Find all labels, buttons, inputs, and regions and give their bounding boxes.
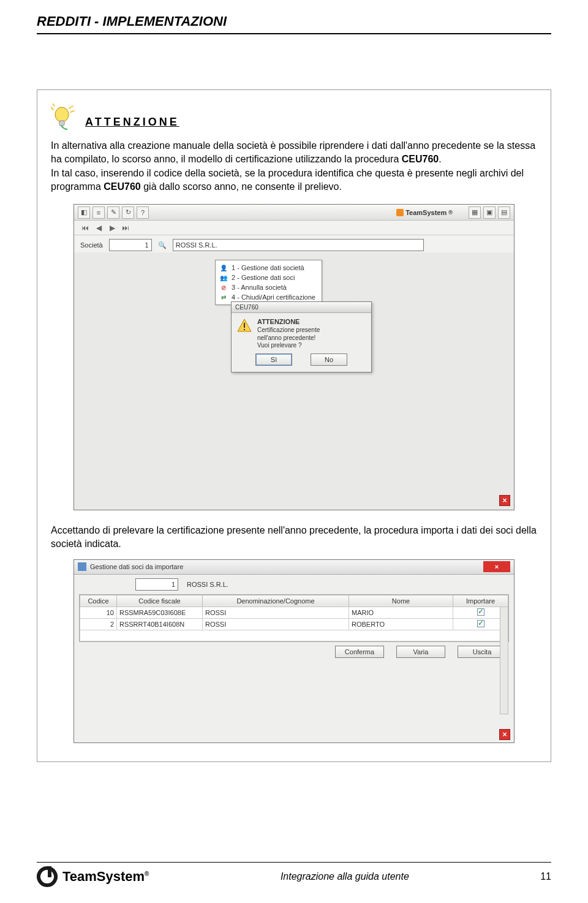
brand-mark-icon	[396, 209, 404, 216]
toolbar-btn-3[interactable]: ✎	[107, 206, 119, 219]
brand-text: TeamSystem	[405, 209, 447, 216]
lightbulb-icon	[51, 104, 77, 133]
menu-item-2[interactable]: 👥 2 - Gestione dati soci	[219, 273, 315, 282]
close-button[interactable]: ×	[499, 495, 510, 506]
lookup-icon[interactable]: 🔍	[158, 241, 167, 249]
menu-icon-1: 👤	[219, 263, 228, 272]
menu-label-4: 4 - Chiudi/Apri certificazione	[232, 293, 315, 301]
uscita-button[interactable]: Uscita	[458, 646, 507, 658]
menu-label-1: 1 - Gestione dati società	[232, 264, 304, 271]
window-title: Gestione dati soci da importare	[90, 563, 183, 570]
dialog-line-1: Certificazione presente	[257, 327, 320, 334]
menu-label-3: 3 - Annulla società	[232, 284, 287, 291]
nav-first-icon[interactable]: ⏮	[80, 223, 90, 233]
nav-next-icon[interactable]: ▶	[107, 223, 117, 233]
nav-prev-icon[interactable]: ◀	[94, 223, 104, 233]
society-code-field[interactable]: 1	[109, 239, 152, 251]
col-nome[interactable]: Nome	[349, 595, 453, 606]
society-label: Società	[80, 241, 103, 249]
context-menu: 👤 1 - Gestione dati società 👥 2 - Gestio…	[215, 260, 322, 305]
para-1: In alternativa alla creazione manuale de…	[51, 139, 537, 165]
svg-rect-1	[59, 121, 64, 126]
toolbar-btn-help[interactable]: ?	[137, 206, 149, 219]
nav-last-icon[interactable]: ⏭	[121, 223, 130, 233]
checkbox-icon[interactable]	[477, 608, 484, 616]
confirm-dialog: CEU760 ATTENZIONE Certificazione present…	[231, 301, 372, 372]
dialog-yes-button[interactable]: Sì	[255, 353, 292, 366]
window-icon	[78, 562, 86, 571]
grid-header-row: Codice Codice fiscale Denominazione/Cogn…	[80, 595, 508, 606]
society-header-row: 1 ROSSI S.R.L.	[74, 575, 514, 594]
cell-cf: RSSMRA59C03I608E	[117, 606, 203, 618]
page-footer: TeamSystem® Integrazione alla guida uten…	[37, 862, 551, 887]
menu-icon-4: ⇄	[219, 293, 228, 301]
grid-society-code: 1	[135, 578, 178, 591]
para-1b: CEU760	[402, 154, 439, 164]
col-denominazione[interactable]: Denominazione/Cognome	[203, 595, 349, 606]
table-row[interactable]: 2 RSSRRT40B14I608N ROSSI ROBERTO	[80, 618, 508, 630]
toolbar-btn-right-3[interactable]: ▤	[498, 206, 510, 219]
window-titlebar: Gestione dati soci da importare ×	[74, 560, 514, 575]
cell-cf: RSSRRT40B14I608N	[117, 618, 203, 630]
toolbar-btn-2[interactable]: ≡	[92, 206, 105, 219]
title-rule	[37, 33, 551, 34]
menu-label-2: 2 - Gestione dati soci	[232, 274, 295, 281]
logo-reg: ®	[145, 871, 149, 877]
dialog-no-button[interactable]: No	[311, 353, 347, 366]
dialog-line-3: Vuoi prelevare ?	[257, 342, 320, 350]
col-importare[interactable]: Importare	[453, 595, 508, 606]
menu-item-1[interactable]: 👤 1 - Gestione dati società	[219, 263, 315, 273]
menu-item-3[interactable]: ⊘ 3 - Annulla società	[219, 282, 315, 292]
cell-nome: MARIO	[349, 606, 453, 618]
society-name-field[interactable]: ROSSI S.R.L.	[173, 239, 424, 251]
svg-rect-4	[48, 866, 51, 877]
screenshot-import-grid: Gestione dati soci da importare × 1 ROSS…	[74, 559, 514, 743]
cell-cognome: ROSSI	[203, 618, 349, 630]
para-2: In tal caso, inserendo il codice della s…	[51, 167, 537, 193]
toolbar-btn-right-1[interactable]: ▦	[469, 206, 481, 219]
brand-logo-small: TeamSystem®	[396, 208, 453, 217]
app-toolbar: ◧ ≡ ✎ ↻ ? TeamSystem® ▦ ▣ ▤	[74, 205, 514, 221]
varia-button[interactable]: Varia	[396, 646, 445, 658]
import-grid: Codice Codice fiscale Denominazione/Cogn…	[79, 594, 509, 642]
dialog-title: CEU760	[232, 302, 371, 313]
vertical-scrollbar[interactable]	[500, 606, 508, 714]
cell-codice: 2	[80, 618, 117, 630]
col-codice[interactable]: Codice	[80, 595, 117, 606]
window-close-button[interactable]: ×	[483, 561, 510, 572]
menu-item-4[interactable]: ⇄ 4 - Chiudi/Apri certificazione	[219, 292, 315, 302]
dialog-button-row: Conferma Varia Uscita	[74, 642, 514, 662]
para-2b: CEU760	[104, 181, 140, 192]
menu-icon-2: 👥	[219, 273, 228, 282]
col-codice-fiscale[interactable]: Codice fiscale	[117, 595, 203, 606]
logo-text: TeamSystem	[62, 869, 145, 884]
society-name-value: ROSSI S.R.L.	[176, 241, 217, 249]
para-2c: già dallo scorso anno, ne consente il pr…	[141, 181, 342, 192]
para-3: Accettando di prelevare la certificazion…	[51, 524, 537, 550]
society-code-value: 1	[145, 241, 149, 249]
svg-rect-3	[244, 329, 245, 330]
grid-society-name: ROSSI S.R.L.	[184, 578, 429, 591]
dialog-heading: ATTENZIONE	[257, 318, 320, 327]
screenshot-society-dialog: ◧ ≡ ✎ ↻ ? TeamSystem® ▦ ▣ ▤ ⏮ ◀ ▶ ⏭ Soci…	[74, 204, 514, 510]
svg-point-0	[55, 107, 69, 122]
para-1c: .	[439, 154, 441, 164]
toolbar-btn-refresh[interactable]: ↻	[122, 206, 134, 219]
checkbox-icon[interactable]	[477, 620, 484, 627]
dialog-line-2: nell'anno precedente!	[257, 334, 320, 342]
cell-codice: 10	[80, 606, 117, 618]
page-number: 11	[540, 871, 551, 882]
toolbar-btn-1[interactable]: ◧	[78, 206, 90, 219]
toolbar-btn-right-2[interactable]: ▣	[483, 206, 496, 219]
record-nav-bar: ⏮ ◀ ▶ ⏭	[74, 221, 514, 235]
doc-title: REDDITI - IMPLEMENTAZIONI	[37, 13, 551, 29]
footer-center-text: Integrazione alla guida utente	[281, 871, 409, 882]
attention-heading: ATTENZIONE	[85, 104, 179, 129]
logo-mark-icon	[37, 866, 58, 887]
close-button[interactable]: ×	[499, 729, 510, 740]
para-1a: In alternativa alla creazione manuale de…	[51, 140, 535, 164]
table-row[interactable]: 10 RSSMRA59C03I608E ROSSI MARIO	[80, 606, 508, 618]
cell-nome: ROBERTO	[349, 618, 453, 630]
warning-icon	[236, 318, 252, 334]
conferma-button[interactable]: Conferma	[335, 646, 384, 658]
